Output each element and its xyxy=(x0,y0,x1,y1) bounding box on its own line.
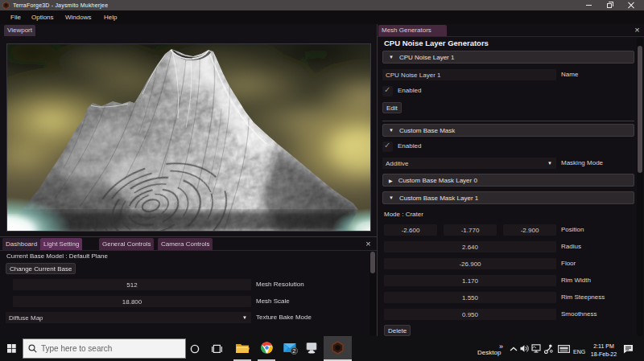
vertical-splitter[interactable] xyxy=(377,24,378,336)
layer-name-input[interactable]: CPU Noise Layer 1 xyxy=(382,69,556,80)
check-icon: ✓ xyxy=(384,141,390,150)
collapse-arrow-icon: ▼ xyxy=(389,55,394,59)
network-button[interactable] xyxy=(530,336,543,361)
header-mask-layer-1[interactable]: ▼ Custom Base Mask Layer 1 xyxy=(382,191,634,204)
cortana-button[interactable] xyxy=(186,336,204,361)
file-explorer-icon xyxy=(236,343,250,354)
mask-enabled-checkbox[interactable]: ✓ xyxy=(382,142,393,152)
combo-arrow-icon: ▼ xyxy=(547,161,552,166)
chrome-button[interactable] xyxy=(256,336,277,359)
rim-width-label: Rim Width xyxy=(561,275,591,286)
masking-mode-combo[interactable]: Additive ▼ xyxy=(382,158,556,169)
maximize-button[interactable] xyxy=(599,0,620,10)
menubar: File Options Windows Help xyxy=(0,10,644,24)
right-scrollbar-track[interactable] xyxy=(637,38,643,336)
mail-button[interactable]: 2 xyxy=(280,336,301,359)
network-icon xyxy=(531,344,541,353)
language-indicator[interactable]: ENG xyxy=(573,349,585,355)
texture-bake-combo[interactable]: Diffuse Map ▼ xyxy=(6,312,251,323)
name-label: Name xyxy=(561,69,578,80)
action-center-button[interactable] xyxy=(618,336,638,361)
toolbar-expand-icon[interactable]: » xyxy=(499,343,503,351)
minimize-button[interactable] xyxy=(578,0,599,10)
taskbar-clock[interactable]: 2:11 PM 18-Feb-22 xyxy=(588,343,620,359)
mesh-scale-label: Mesh Scale xyxy=(256,296,290,307)
collapse-arrow-icon: ▼ xyxy=(389,195,394,200)
header-label: Custom Base Mask xyxy=(399,127,455,134)
menu-file[interactable]: File xyxy=(10,10,21,24)
delete-button[interactable]: Delete xyxy=(384,325,411,336)
tray-expand-button[interactable] xyxy=(507,336,519,361)
bottom-tabline xyxy=(0,250,377,251)
bottom-scrollbar-thumb[interactable] xyxy=(370,252,375,273)
speaker-icon xyxy=(520,344,530,353)
header-custom-base-mask[interactable]: ▼ Custom Base Mask xyxy=(382,124,634,137)
combo-value: Additive xyxy=(386,160,408,167)
tab-camera-controls[interactable]: Camera Controls xyxy=(158,238,213,250)
desktop-toolbar[interactable]: Desktop xyxy=(477,349,501,356)
right-scrollbar-thumb[interactable] xyxy=(638,46,642,173)
dashboard-close-icon[interactable]: × xyxy=(364,240,373,248)
position-y-field[interactable]: -1.770 xyxy=(444,224,497,236)
position-x-field[interactable]: -2.600 xyxy=(384,224,437,236)
task-view-button[interactable] xyxy=(208,336,225,361)
mesh-resolution-field[interactable]: 512 xyxy=(13,279,251,290)
rim-steepness-field[interactable]: 1.550 xyxy=(384,292,556,303)
tab-light-setting[interactable]: Light Setting xyxy=(40,238,82,250)
terraforge-taskbar-cell[interactable] xyxy=(324,336,352,359)
mesh-generators-close-icon[interactable]: × xyxy=(633,26,642,35)
position-label: Position xyxy=(561,224,584,236)
tray-app-button[interactable] xyxy=(543,336,555,361)
task-view-icon xyxy=(212,344,222,354)
cpu-noise-heading: CPU Noise Layer Generators xyxy=(384,39,489,47)
viewport-3d-render[interactable] xyxy=(7,44,370,231)
menu-windows[interactable]: Windows xyxy=(65,10,91,24)
notification-icon xyxy=(623,344,634,354)
start-button[interactable] xyxy=(0,336,23,361)
header-label: Custom Base Mask Layer 0 xyxy=(398,177,477,184)
tab-mesh-generators[interactable]: Mesh Generators xyxy=(378,25,447,36)
masking-mode-label: Masking Mode xyxy=(561,158,603,169)
change-base-button[interactable]: Change Current Base xyxy=(6,263,76,274)
mode-text: Mode : Crater xyxy=(384,211,423,218)
search-placeholder: Type here to search xyxy=(41,344,112,353)
noise-enabled-label: Enabled xyxy=(398,85,421,96)
search-icon xyxy=(28,344,37,353)
tab-viewport[interactable]: Viewport xyxy=(4,25,35,36)
combo-arrow-icon: ▼ xyxy=(242,315,247,320)
current-base-text: Current Base Model : Default Plane xyxy=(6,252,108,260)
terrain-render-svg xyxy=(7,44,370,231)
collapse-arrow-icon: ▶ xyxy=(389,178,393,183)
radius-label: Radius xyxy=(561,241,581,252)
mesh-scale-field[interactable]: 18.800 xyxy=(13,296,251,307)
noise-enabled-checkbox[interactable]: ✓ xyxy=(382,86,393,96)
menu-help[interactable]: Help xyxy=(104,10,117,24)
close-icon xyxy=(628,2,634,9)
position-z-field[interactable]: -2.900 xyxy=(503,224,556,236)
header-label: Custom Base Mask Layer 1 xyxy=(399,195,478,202)
close-button[interactable] xyxy=(621,0,642,10)
screen: TerraForge3D - Jaysmito Mukherjee File O… xyxy=(0,0,644,361)
app-logo-icon xyxy=(2,2,10,9)
mail-icon: 2 xyxy=(283,342,298,355)
horizontal-splitter[interactable] xyxy=(0,236,377,237)
volume-button[interactable] xyxy=(518,336,530,361)
floor-field[interactable]: -26.900 xyxy=(384,258,556,269)
header-mask-layer-0[interactable]: ▶ Custom Base Mask Layer 0 xyxy=(382,174,634,187)
system-app-button[interactable] xyxy=(301,336,322,359)
tab-dashboard[interactable]: Dashboard xyxy=(2,238,40,250)
taskbar-search[interactable]: Type here to search xyxy=(23,338,186,359)
file-explorer-button[interactable] xyxy=(232,336,253,359)
rim-width-field[interactable]: 1.170 xyxy=(384,275,556,286)
edit-button[interactable]: Edit xyxy=(382,102,402,113)
touch-keyboard-button[interactable] xyxy=(555,336,572,361)
tab-general-controls[interactable]: General Controls xyxy=(99,238,154,250)
header-cpu-noise-layer-1[interactable]: ▼ CPU Noise Layer 1 xyxy=(382,51,634,64)
menu-options[interactable]: Options xyxy=(31,10,54,24)
bottom-scrollbar-track[interactable] xyxy=(369,252,376,336)
radius-field[interactable]: 2.640 xyxy=(384,241,556,252)
smoothness-field[interactable]: 0.950 xyxy=(384,309,556,320)
maximize-icon xyxy=(607,3,612,8)
collapse-arrow-icon: ▼ xyxy=(389,128,394,133)
clock-date: 18-Feb-22 xyxy=(588,351,620,359)
